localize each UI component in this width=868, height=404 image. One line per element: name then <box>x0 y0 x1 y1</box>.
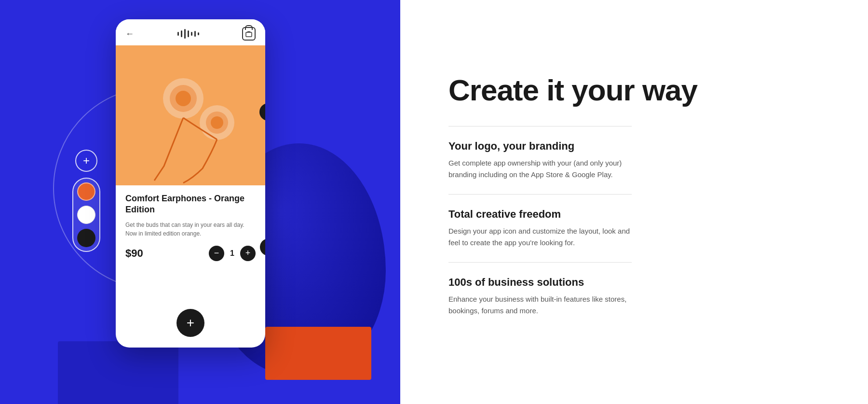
orange-base <box>265 327 371 380</box>
blue-platform <box>58 341 178 404</box>
svg-rect-0 <box>246 32 252 37</box>
audio-icon <box>177 29 199 39</box>
fab-plus-icon: + <box>187 315 194 331</box>
feature-2-desc: Design your app icon and customize the l… <box>448 225 637 249</box>
feature-1-desc: Get complete app ownership with your (an… <box>448 157 637 181</box>
color-swatch-orange[interactable] <box>77 182 95 201</box>
feature-section-3: 100s of business solutions Enhance your … <box>448 276 820 317</box>
divider-2 <box>448 194 632 195</box>
feature-3-desc: Enhance your business with built-in feat… <box>448 293 637 317</box>
product-price-row: $90 − 1 + <box>125 246 256 261</box>
plus-icon: + <box>245 248 251 258</box>
svg-point-6 <box>211 116 223 129</box>
phone-mockup: ← <box>116 19 265 348</box>
color-add-button[interactable]: + <box>75 150 97 172</box>
svg-point-3 <box>176 91 191 106</box>
feature-section-1: Your logo, your branding Get complete ap… <box>448 140 820 181</box>
plus-icon: + <box>83 155 90 167</box>
quantity-decrease-button[interactable]: − <box>209 246 224 261</box>
product-description: Get the buds that can stay in your ears … <box>125 221 256 238</box>
color-swatch-white[interactable] <box>77 206 95 224</box>
quantity-control: − 1 + <box>209 246 256 261</box>
divider-3 <box>448 262 632 263</box>
product-price: $90 <box>125 247 143 260</box>
color-swatch-black[interactable] <box>77 229 95 247</box>
divider-1 <box>448 126 632 126</box>
feature-3-title: 100s of business solutions <box>448 276 820 289</box>
color-swatch-list <box>72 178 100 252</box>
feature-2-title: Total creative freedom <box>448 208 820 221</box>
left-panel: + ← <box>0 0 400 404</box>
main-title: Create it your way <box>448 74 820 107</box>
back-icon[interactable]: ← <box>125 29 134 39</box>
feature-section-2: Total creative freedom Design your app i… <box>448 208 820 249</box>
product-image: Upload image <box>116 45 265 185</box>
feature-1-title: Your logo, your branding <box>448 140 820 153</box>
phone-header: ← <box>116 19 265 45</box>
phone-add-fab[interactable]: + <box>176 309 204 337</box>
quantity-value: 1 <box>230 249 234 258</box>
product-title: Comfort Earphones - Orange Edition <box>125 193 256 216</box>
right-panel: Create it your way Your logo, your brand… <box>400 0 868 404</box>
cart-icon[interactable] <box>242 27 256 41</box>
minus-icon: − <box>214 248 219 258</box>
quantity-increase-button[interactable]: + <box>240 246 256 261</box>
color-selector: + <box>72 150 100 252</box>
product-info: Comfort Earphones - Orange Edition Get t… <box>116 185 265 269</box>
